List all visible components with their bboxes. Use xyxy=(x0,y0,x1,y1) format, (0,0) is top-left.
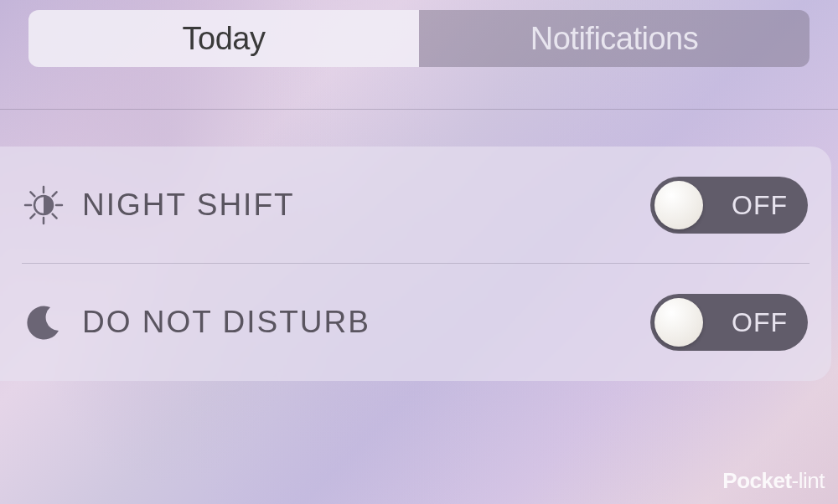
watermark-prefix: Pocket xyxy=(722,468,791,493)
svg-line-6 xyxy=(53,214,57,219)
tab-today[interactable]: Today xyxy=(28,10,419,67)
night-shift-row: NIGHT SHIFT OFF xyxy=(0,147,831,264)
toggle-knob xyxy=(654,298,703,347)
tab-today-label: Today xyxy=(183,21,266,57)
night-shift-toggle[interactable]: OFF xyxy=(650,177,808,234)
moon-icon xyxy=(20,299,67,346)
tab-notifications[interactable]: Notifications xyxy=(419,10,810,67)
header-divider xyxy=(0,109,838,110)
svg-line-8 xyxy=(53,192,57,196)
do-not-disturb-label: DO NOT DISTURB xyxy=(82,305,650,340)
toggle-knob xyxy=(654,181,703,229)
watermark: Pocket-lint xyxy=(722,468,825,494)
night-shift-label: NIGHT SHIFT xyxy=(82,188,650,223)
widget-panel: NIGHT SHIFT OFF DO NOT DISTURB OFF xyxy=(0,147,831,381)
do-not-disturb-row: DO NOT DISTURB OFF xyxy=(0,264,831,381)
svg-line-5 xyxy=(30,192,34,196)
tab-notifications-label: Notifications xyxy=(530,21,698,57)
do-not-disturb-toggle-state: OFF xyxy=(732,307,788,338)
do-not-disturb-toggle[interactable]: OFF xyxy=(650,294,808,351)
tab-segmented-control: Today Notifications xyxy=(28,10,810,67)
watermark-suffix: -lint xyxy=(792,468,825,493)
svg-line-7 xyxy=(30,214,34,219)
night-shift-toggle-state: OFF xyxy=(732,190,788,221)
night-shift-icon xyxy=(20,182,67,229)
